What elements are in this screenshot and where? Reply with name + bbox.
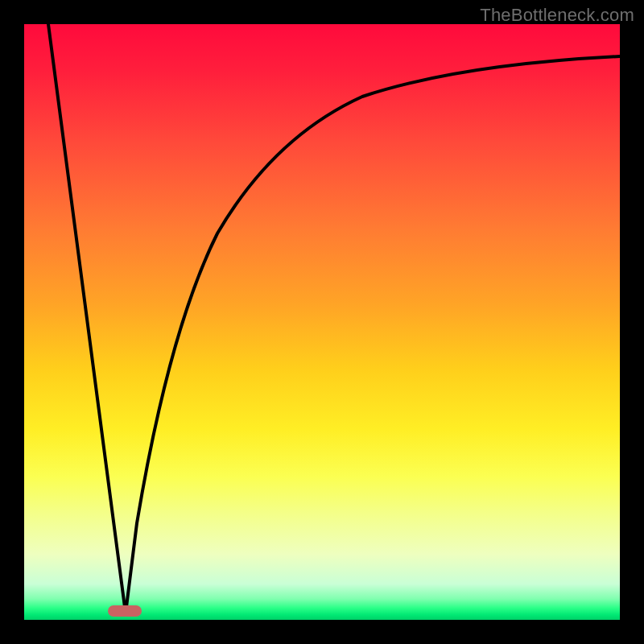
plot-area: [24, 24, 620, 620]
optimal-marker: [108, 605, 142, 617]
watermark-text: TheBottleneck.com: [480, 5, 634, 26]
bottleneck-curve: [48, 24, 620, 613]
chart-frame: TheBottleneck.com: [0, 0, 644, 644]
curve-layer: [24, 24, 620, 620]
